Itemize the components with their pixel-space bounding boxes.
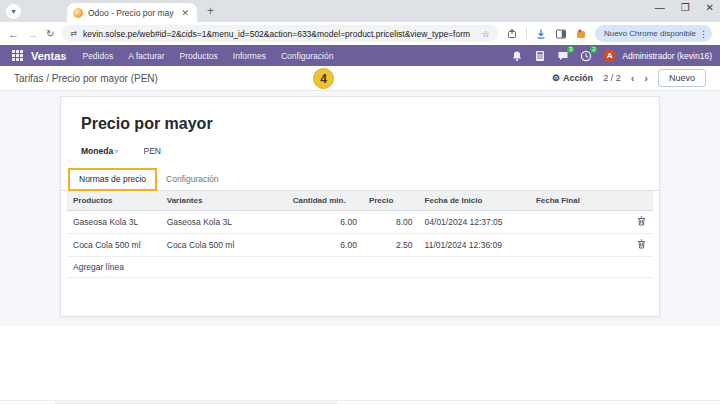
help-icon: ?: [114, 149, 117, 155]
add-line-link[interactable]: Agregar línea: [67, 257, 653, 278]
nav-item-configuracion[interactable]: Configuración: [281, 51, 333, 61]
browser-window: ▾ Odoo - Precio por mayor (PEN) ✕ + — ❐ …: [0, 0, 720, 404]
price-rules-table: Productos Variantes Cantidad min. Precio…: [67, 191, 653, 278]
forward-icon[interactable]: →: [27, 28, 38, 40]
delete-row-icon[interactable]: [630, 211, 654, 234]
calculator-icon[interactable]: [534, 50, 546, 62]
chat-badge: 3: [567, 46, 574, 53]
table-row[interactable]: Gaseosa Kola 3L Gaseosa Kola 3L 6.00 8.0…: [67, 211, 653, 234]
col-header-productos[interactable]: Productos: [67, 191, 161, 211]
action-menu-button[interactable]: ⚙ Acción: [552, 73, 593, 83]
window-minimize-button[interactable]: —: [655, 2, 665, 13]
breadcrumb[interactable]: Tarifas / Precio por mayor (PEN): [14, 73, 158, 84]
odoo-favicon: [73, 8, 83, 18]
new-button[interactable]: Nuevo: [658, 69, 706, 87]
reload-icon[interactable]: ↻: [46, 28, 54, 39]
cell-fecha-final[interactable]: [530, 234, 630, 257]
tab-configuracion[interactable]: Configuración: [156, 169, 228, 190]
cell-producto[interactable]: Coca Cola 500 ml: [67, 234, 161, 257]
cell-fecha-inicio[interactable]: 04/01/2024 12:37:05: [419, 211, 530, 234]
pager-counter: 2 / 2: [603, 73, 621, 83]
browser-tab[interactable]: Odoo - Precio por mayor (PEN) ✕: [67, 3, 197, 22]
bell-icon[interactable]: [511, 50, 523, 62]
notebook-tabs: Normas de precio Configuración: [61, 169, 659, 191]
add-line-row: Agregar línea: [67, 257, 653, 278]
share-icon[interactable]: [506, 28, 518, 40]
download-icon[interactable]: [535, 28, 547, 40]
nav-item-productos[interactable]: Productos: [180, 51, 218, 61]
tab-title: Odoo - Precio por mayor (PEN): [88, 8, 174, 18]
cell-variante[interactable]: Coca Cola 500 ml: [161, 234, 287, 257]
pager-previous-icon[interactable]: ‹: [631, 72, 635, 84]
user-avatar[interactable]: A: [603, 49, 616, 62]
content-area: Precio por mayor Moneda? PEN Normas de p…: [0, 91, 720, 326]
gear-icon: ⚙: [552, 73, 560, 83]
bookmark-star-icon[interactable]: ☆: [482, 29, 490, 39]
cell-producto[interactable]: Gaseosa Kola 3L: [67, 211, 161, 234]
tab-search-button[interactable]: ▾: [6, 4, 21, 19]
currency-label: Moneda: [81, 146, 113, 156]
tab-close-icon[interactable]: ✕: [179, 8, 191, 18]
clock-icon[interactable]: 2: [580, 50, 592, 62]
cell-cantidad[interactable]: 6.00: [287, 211, 363, 234]
window-close-button[interactable]: ✕: [706, 2, 714, 13]
cell-fecha-final[interactable]: [530, 211, 630, 234]
delete-row-icon[interactable]: [630, 234, 654, 257]
table-row[interactable]: Coca Cola 500 ml Coca Cola 500 ml 6.00 2…: [67, 234, 653, 257]
col-header-fecha-inicio[interactable]: Fecha de Inicio: [419, 191, 530, 211]
cell-fecha-inicio[interactable]: 11/01/2024 12:36:09: [419, 234, 530, 257]
cell-variante[interactable]: Gaseosa Kola 3L: [161, 211, 287, 234]
table-header-row: Productos Variantes Cantidad min. Precio…: [67, 191, 653, 211]
chrome-update-label: Nuevo Chrome disponible: [604, 29, 696, 38]
form-sheet: Precio por mayor Moneda? PEN Normas de p…: [60, 96, 660, 317]
toolbar-divider: [526, 28, 527, 40]
currency-value[interactable]: PEN: [143, 146, 160, 156]
taskbar-edge: [0, 400, 720, 404]
back-icon[interactable]: ←: [8, 28, 19, 40]
chrome-menu-icon[interactable]: ⋮: [699, 29, 708, 39]
col-header-cantidad[interactable]: Cantidad min.: [287, 191, 363, 211]
cell-precio[interactable]: 8.00: [363, 211, 419, 234]
extension-icon[interactable]: [575, 28, 587, 40]
col-header-precio[interactable]: Precio: [363, 191, 419, 211]
url-bar[interactable]: ⇄ kevin.solse.pe/web#id=2&cids=1&menu_id…: [62, 25, 498, 42]
nav-item-a-facturar[interactable]: A facturar: [128, 51, 164, 61]
nav-item-informes[interactable]: Informes: [233, 51, 266, 61]
browser-toolbar: ← → ↻ ⇄ kevin.solse.pe/web#id=2&cids=1&m…: [0, 22, 720, 45]
page-title: Precio por mayor: [81, 115, 659, 133]
new-tab-button[interactable]: +: [207, 4, 214, 18]
action-label: Acción: [563, 73, 593, 83]
window-maximize-button[interactable]: ❐: [681, 2, 690, 13]
col-header-fecha-final[interactable]: Fecha Final: [530, 191, 630, 211]
user-menu[interactable]: Administrador (kevin16): [622, 51, 712, 61]
chrome-update-button[interactable]: Nuevo Chrome disponible ⋮: [595, 25, 712, 42]
chat-icon[interactable]: 3: [557, 50, 569, 62]
control-panel: Tarifas / Precio por mayor (PEN) ⚙ Acció…: [0, 66, 720, 91]
activity-badge: 2: [590, 46, 597, 53]
col-header-delete: [630, 191, 654, 211]
apps-menu-icon[interactable]: [12, 50, 23, 61]
odoo-nav-bar: Ventas Pedidos A facturar Productos Info…: [0, 45, 720, 66]
browser-tab-strip: ▾ Odoo - Precio por mayor (PEN) ✕ + — ❐ …: [0, 0, 720, 22]
currency-field-row: Moneda? PEN: [81, 146, 659, 156]
col-header-variantes[interactable]: Variantes: [161, 191, 287, 211]
url-text: kevin.solse.pe/web#id=2&cids=1&menu_id=5…: [83, 29, 476, 39]
annotation-mark-4: 4: [313, 68, 334, 89]
app-name-ventas[interactable]: Ventas: [31, 50, 66, 62]
nav-item-pedidos[interactable]: Pedidos: [82, 51, 113, 61]
cell-precio[interactable]: 2.50: [363, 234, 419, 257]
cell-cantidad[interactable]: 6.00: [287, 234, 363, 257]
site-info-icon[interactable]: ⇄: [70, 29, 77, 38]
tab-normas-de-precio[interactable]: Normas de precio: [69, 169, 156, 190]
side-panel-icon[interactable]: [555, 28, 567, 40]
pager-next-icon[interactable]: ›: [644, 72, 648, 84]
